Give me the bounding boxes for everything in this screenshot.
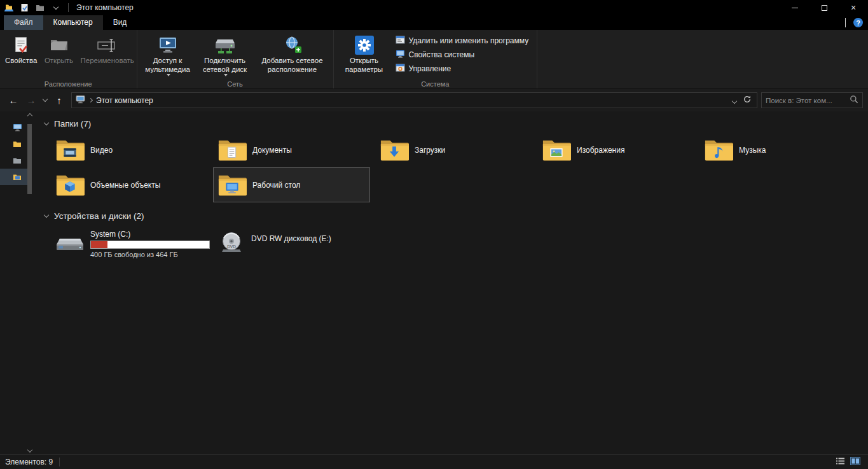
breadcrumb-chevron-icon: [88, 98, 93, 102]
drive-c-icon: [55, 232, 85, 255]
folder-tile[interactable]: Документы: [213, 132, 370, 167]
ribbon-tab-row: Файл Компьютер Вид ?: [0, 15, 868, 30]
open-settings-button[interactable]: Открыть параметры: [336, 32, 393, 74]
folder-tile[interactable]: Рабочий стол: [213, 167, 370, 202]
manage-button[interactable]: Управление: [393, 62, 535, 76]
sidebar-scrollbar-thumb[interactable]: [27, 124, 32, 194]
rename-button[interactable]: Переименовать: [78, 32, 135, 66]
folder-label: Видео: [90, 146, 113, 155]
file-list-area: Папки (7) Видео Документы Загрузки Изобр…: [36, 111, 868, 454]
tab-file[interactable]: Файл: [4, 15, 43, 30]
uninstall-program-icon: [396, 35, 405, 46]
address-bar[interactable]: Этот компьютер: [71, 92, 757, 108]
manage-icon: [396, 63, 405, 74]
add-network-location-button[interactable]: Добавить сетевое расположение: [254, 32, 331, 74]
media-access-icon: [158, 34, 178, 57]
properties-label: Свойства: [5, 57, 38, 66]
folder-icon: [704, 138, 733, 162]
this-pc-icon: [76, 95, 85, 106]
system-properties-button[interactable]: Свойства системы: [393, 48, 535, 62]
status-bar: Элементов: 9: [0, 454, 868, 469]
back-button[interactable]: ←: [5, 92, 22, 109]
tab-computer[interactable]: Компьютер: [43, 15, 103, 30]
address-dropdown-button[interactable]: [733, 96, 736, 105]
maximize-button[interactable]: [809, 0, 839, 15]
drive-e-label: DVD RW дисковод (E:): [251, 234, 331, 243]
tab-view[interactable]: Вид: [103, 15, 137, 30]
up-button[interactable]: ↑: [51, 92, 67, 109]
capacity-bar: [90, 241, 210, 249]
map-drive-button[interactable]: Подключить сетевой диск: [196, 32, 254, 76]
folder-tile[interactable]: Загрузки: [375, 132, 532, 167]
sidebar-scroll-down-icon[interactable]: [27, 447, 32, 452]
explorer-window: Этот компьютер × Файл Компьютер Вид ? Св…: [0, 0, 868, 469]
navigation-bar: ← → ↑ Этот компьютер: [0, 89, 868, 111]
map-drive-icon: [214, 34, 236, 57]
folders-grid: Видео Документы Загрузки Изображения Муз…: [51, 132, 863, 202]
search-input[interactable]: [766, 97, 847, 104]
media-access-button[interactable]: Доступ к мультимедиа: [139, 32, 196, 76]
details-view-button[interactable]: [836, 457, 845, 467]
capacity-bar-fill: [91, 241, 107, 248]
ribbon: Свойства Открыть Переименовать Расположе…: [0, 30, 868, 89]
items-count: Элементов: 9: [5, 458, 53, 466]
devices-collapse-icon[interactable]: [44, 213, 49, 218]
forward-button[interactable]: →: [23, 92, 39, 109]
folder-icon: [217, 138, 247, 162]
media-access-dropdown-icon: [167, 74, 170, 76]
manage-label: Управление: [409, 64, 451, 73]
properties-button[interactable]: Свойства: [2, 32, 41, 66]
system-properties-label: Свойства системы: [409, 50, 475, 59]
sidebar-item-selected[interactable]: [0, 169, 29, 185]
map-drive-label: Подключить сетевой диск: [200, 57, 251, 74]
help-button[interactable]: ?: [853, 18, 863, 27]
drive-e-tile[interactable]: DVD DVD RW дисковод (E:): [213, 225, 370, 263]
folders-header-label: Папки (7): [54, 119, 91, 129]
uninstall-program-button[interactable]: Удалить или изменить программу: [393, 34, 535, 48]
devices-section-header: Устройства и диски (2): [45, 211, 863, 221]
drive-c-tile[interactable]: System (C:) 400 ГБ свободно из 464 ГБ: [51, 225, 208, 263]
qa-customize-dropdown[interactable]: [50, 2, 62, 13]
sidebar-scroll-up-icon[interactable]: [27, 113, 32, 118]
properties-icon: [11, 34, 31, 57]
recent-locations-dropdown[interactable]: [41, 92, 50, 109]
large-icons-view-button[interactable]: [850, 457, 860, 467]
drive-c-label: System (C:): [90, 230, 210, 239]
folder-label: Музыка: [739, 146, 766, 155]
explorer-logo-icon: [4, 3, 14, 13]
system-properties-icon: [396, 49, 405, 60]
titlebar-separator: [68, 3, 69, 12]
add-network-location-icon: [282, 34, 303, 57]
folder-label: Рабочий стол: [252, 181, 300, 190]
sidebar-item-folder-2[interactable]: [0, 152, 29, 169]
minimize-button[interactable]: [780, 0, 809, 15]
group-label-location: Расположение: [0, 80, 137, 88]
folder-tile[interactable]: Объемные объекты: [51, 167, 208, 202]
open-settings-icon: [354, 34, 375, 57]
navigation-pane: [0, 111, 36, 454]
qa-new-folder-button[interactable]: [34, 2, 46, 13]
folder-tile[interactable]: Изображения: [537, 132, 694, 167]
folder-label: Изображения: [577, 146, 624, 155]
search-box: [761, 92, 863, 108]
ribbon-collapse-button[interactable]: [845, 18, 846, 27]
window-title: Этот компьютер: [76, 3, 134, 12]
sidebar-item-this-pc[interactable]: [0, 119, 29, 136]
devices-header-label: Устройства и диски (2): [54, 211, 144, 221]
sidebar-scrollbar[interactable]: [27, 122, 32, 444]
folders-collapse-icon[interactable]: [44, 120, 49, 125]
sidebar-item-folder-1[interactable]: [0, 136, 29, 152]
svg-text:DVD: DVD: [227, 244, 236, 249]
media-access-label: Доступ к мультимедиа: [142, 57, 193, 74]
folder-tile[interactable]: Видео: [51, 132, 208, 167]
ribbon-group-network: Доступ к мультимедиа Подключить сетевой …: [137, 30, 334, 88]
refresh-button[interactable]: [743, 95, 752, 106]
folder-tile[interactable]: Музыка: [699, 132, 857, 167]
folder-label: Документы: [252, 146, 292, 155]
close-button[interactable]: ×: [839, 0, 868, 15]
ribbon-group-location: Свойства Открыть Переименовать Расположе…: [0, 30, 137, 88]
open-button[interactable]: Открыть: [41, 32, 78, 66]
qa-properties-button[interactable]: [18, 2, 30, 13]
drives-grid: System (C:) 400 ГБ свободно из 464 ГБ DV…: [51, 225, 863, 263]
add-network-location-label: Добавить сетевое расположение: [257, 57, 328, 74]
